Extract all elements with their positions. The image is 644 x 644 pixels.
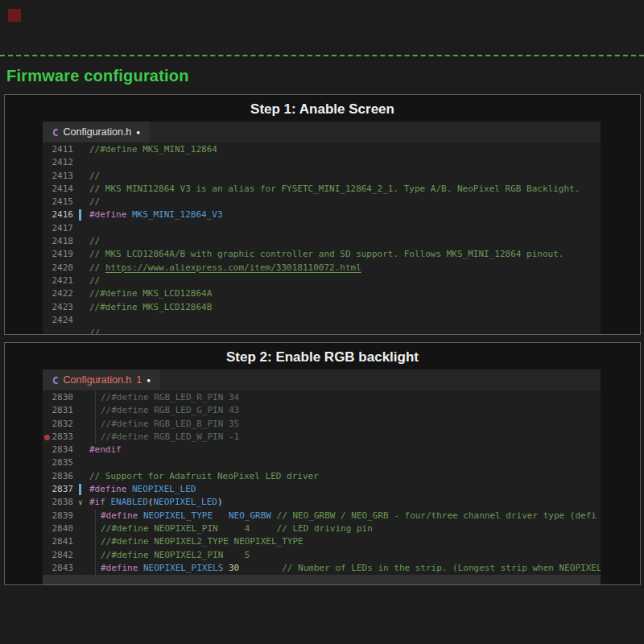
code-token: //#define RGB_LED_R_PIN 34 [101, 392, 239, 402]
unsaved-dot-icon[interactable]: ● [147, 376, 151, 384]
code-line[interactable]: 2842//#define NEOPIXEL2_PIN 5 [43, 549, 601, 562]
code-line[interactable]: 2841//#define NEOPIXEL2_TYPE NEOPIXEL_TY… [43, 535, 601, 548]
code-line[interactable]: 2421// [43, 275, 601, 287]
indent-guide [95, 431, 96, 444]
top-header-strip [0, 0, 644, 56]
code-text: // Support for Adafruit NeoPixel LED dri… [89, 470, 601, 483]
code-token: #if [89, 497, 105, 507]
code-text: //#define RGB_LED_R_PIN 34 [89, 391, 601, 404]
code-token: // Number of LEDs in the strip. (Longest… [282, 563, 601, 573]
code-lines-step1: 2411//#define MKS_MINI_1286424122413//24… [43, 142, 601, 334]
code-token: //#define NEOPIXEL_PIN 4 // LED driving … [101, 523, 373, 534]
code-text: // [89, 327, 601, 334]
line-number: 2834 [43, 444, 73, 456]
code-line[interactable]: 2837#define NEOPIXEL_LED [43, 483, 601, 496]
code-line[interactable]: 2412 [43, 156, 601, 169]
code-token: // [89, 196, 100, 207]
code-token: //#define MKS_MINI_12864 [89, 144, 217, 155]
code-line[interactable]: 2831//#define RGB_LED_G_PIN 43 [43, 404, 601, 417]
text-cursor [79, 484, 81, 495]
code-line[interactable]: 2417 [43, 222, 601, 235]
code-token: #define [101, 563, 138, 573]
code-token [126, 209, 132, 220]
code-line[interactable]: 2411//#define MKS_MINI_12864 [43, 143, 601, 156]
code-token: // [89, 328, 100, 334]
code-line[interactable]: 2424 [43, 314, 601, 327]
code-token: // MKS LCD12864A/B with graphic controll… [89, 249, 564, 259]
code-line[interactable]: 2838∨#if ENABLED(NEOPIXEL_LED) [43, 496, 601, 509]
line-number: 2836 [43, 470, 73, 483]
code-line[interactable]: 2416#define MKS_MINI_12864_V3 [43, 208, 601, 221]
code-token: ) [217, 497, 223, 507]
line-number: 2843 [43, 562, 73, 575]
breakpoint-dot-icon[interactable] [44, 435, 50, 440]
code-token: MKS_MINI_12864_V3 [132, 209, 223, 220]
code-line[interactable]: 2418// [43, 235, 601, 248]
code-token: // [89, 275, 100, 286]
horizontal-scrollbar[interactable] [43, 575, 601, 584]
code-line[interactable]: 2414// MKS MINI12864 V3 is an alias for … [43, 183, 601, 196]
line-number: 2832 [43, 418, 73, 431]
code-line[interactable]: 2836// Support for Adafruit NeoPixel LED… [43, 470, 601, 483]
code-line[interactable]: 2830//#define RGB_LED_R_PIN 34 [43, 391, 601, 404]
code-text: #endif [89, 444, 601, 456]
code-line[interactable]: // [43, 327, 601, 334]
line-number: 2838 [43, 496, 73, 509]
code-text: //#define MKS_LCD12864B [89, 301, 601, 314]
line-number: 2421 [43, 275, 73, 287]
code-line[interactable]: 2419// MKS LCD12864A/B with graphic cont… [43, 248, 601, 261]
unsaved-dot-icon[interactable]: ● [136, 128, 140, 136]
code-text: //#define MKS_MINI_12864 [89, 143, 601, 156]
code-line[interactable]: 2833//#define RGB_LED_W_PIN -1 [43, 431, 601, 444]
line-number: 2418 [43, 235, 73, 248]
logo-red-square [8, 9, 21, 22]
step2-title: Step 2: Enable RGB backlight [5, 343, 640, 369]
line-number: 2413 [43, 170, 73, 183]
code-token: // [89, 171, 100, 181]
indent-guide [95, 549, 96, 562]
code-text: //#define NEOPIXEL2_TYPE NEOPIXEL_TYPE [89, 535, 601, 548]
tab-configuration-h[interactable]: C Configuration.h ● [43, 122, 150, 142]
code-text: //#define NEOPIXEL_PIN 4 // LED driving … [89, 522, 601, 535]
code-text: #define MKS_MINI_12864_V3 [89, 208, 601, 221]
code-token: #define [89, 484, 126, 494]
code-text: //#define RGB_LED_W_PIN -1 [89, 431, 601, 444]
indent-guide [95, 391, 96, 404]
code-token: //#define RGB_LED_G_PIN 43 [101, 405, 239, 415]
code-token: #endif [89, 444, 122, 455]
code-line[interactable]: 2422//#define MKS_LCD12864A [43, 287, 601, 300]
code-token: NEOPIXEL_LED [132, 484, 196, 494]
code-text: // [89, 275, 601, 287]
code-token: // NEO_GRBW / NEO_GRB - four/three chann… [277, 510, 597, 521]
line-number: 2424 [43, 314, 73, 327]
code-token: // Support for Adafruit NeoPixel LED dri… [89, 471, 319, 481]
code-line[interactable]: 2843#define NEOPIXEL_PIXELS 30 // Number… [43, 562, 601, 575]
code-line[interactable]: 2415// [43, 196, 601, 208]
code-line[interactable]: 2839#define NEOPIXEL_TYPE NEO_GRBW // NE… [43, 510, 601, 522]
tab-filename: Configuration.h [64, 374, 132, 386]
code-line[interactable]: 2420// https://www.aliexpress.com/item/3… [43, 262, 601, 275]
error-count-badge: 1 [136, 374, 142, 386]
line-number: 2417 [43, 222, 73, 235]
code-line[interactable]: 2413// [43, 170, 601, 183]
code-text: //#define NEOPIXEL2_PIN 5 [89, 549, 601, 562]
code-line[interactable]: 2423//#define MKS_LCD12864B [43, 301, 601, 314]
code-token [105, 497, 111, 507]
code-line[interactable]: 2832//#define RGB_LED_B_PIN 35 [43, 418, 601, 431]
editor-tab-bar: C Configuration.h ● [43, 122, 601, 142]
c-language-icon: C [52, 374, 59, 386]
indent-guide [95, 535, 96, 548]
line-number: 2412 [43, 156, 73, 169]
code-editor-step1: C Configuration.h ● 2411//#define MKS_MI… [43, 122, 601, 334]
line-number: 2411 [43, 143, 73, 156]
line-number: 2415 [43, 196, 73, 208]
fold-chevron-icon[interactable]: ∨ [73, 496, 88, 509]
tab-configuration-h-errors[interactable]: C Configuration.h 1 ● [43, 369, 160, 390]
code-token: //#define MKS_LCD12864A [89, 288, 212, 299]
code-token: //#define NEOPIXEL2_PIN 5 [101, 550, 250, 560]
code-line[interactable]: 2834#endif [43, 444, 601, 456]
code-line[interactable]: 2835 [43, 456, 601, 469]
code-text: //#define MKS_LCD12864A [89, 287, 601, 300]
code-token: ENABLED [111, 497, 148, 507]
code-line[interactable]: 2840//#define NEOPIXEL_PIN 4 // LED driv… [43, 522, 601, 535]
